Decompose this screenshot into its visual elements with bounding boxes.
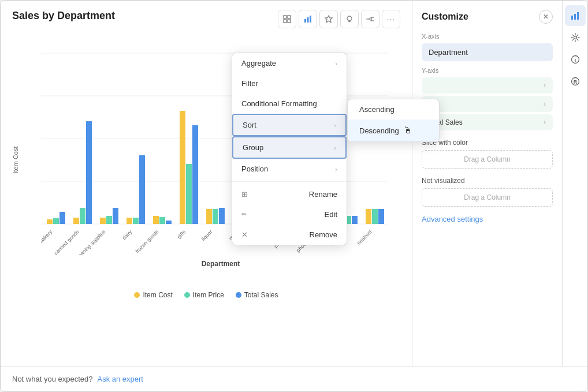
- xaxis-field[interactable]: Department: [422, 43, 553, 61]
- menu-item-conditional[interactable]: Conditional Formatting: [232, 94, 347, 114]
- side-icon-r[interactable]: R: [565, 71, 586, 92]
- slice-label: Slice with color: [422, 139, 553, 147]
- table-view-button[interactable]: [278, 10, 296, 28]
- legend-label-price: Item Price: [193, 291, 224, 299]
- svg-rect-2: [284, 20, 286, 23]
- svg-rect-35: [206, 209, 212, 224]
- sort-chevron-icon: ›: [334, 122, 336, 129]
- svg-rect-6: [310, 16, 311, 23]
- svg-rect-53: [366, 209, 371, 224]
- group-chevron-icon: ›: [334, 144, 336, 151]
- side-icon-chart[interactable]: [565, 5, 586, 26]
- svg-point-7: [347, 16, 352, 21]
- svg-rect-32: [180, 111, 185, 224]
- yaxis-chevron-2: ›: [544, 118, 546, 126]
- svg-rect-3: [288, 20, 291, 23]
- svg-rect-69: [571, 16, 573, 20]
- rename-icon: ⊞: [241, 190, 248, 199]
- svg-rect-31: [166, 221, 172, 224]
- menu-item-remove[interactable]: ✕ Remove: [232, 225, 347, 245]
- advanced-settings-link[interactable]: Advanced settings: [422, 215, 553, 223]
- chevron-right-icon: ›: [335, 60, 337, 67]
- svg-rect-18: [53, 218, 59, 224]
- customize-header: Customize ✕: [422, 10, 553, 24]
- svg-rect-36: [213, 209, 218, 224]
- svg-rect-29: [153, 216, 159, 224]
- menu-item-edit[interactable]: ✏ Edit: [232, 204, 347, 225]
- yaxis-chevron-0: ›: [544, 81, 546, 89]
- yaxis-chevron-1: ›: [544, 100, 546, 108]
- svg-rect-71: [577, 12, 579, 20]
- yaxis-row-total-sales[interactable]: Total Sales ›: [422, 114, 553, 130]
- sort-submenu: Ascending Descending 🖱: [347, 99, 440, 142]
- submenu-ascending[interactable]: Ascending: [348, 99, 439, 120]
- y-axis-label: Item Cost: [12, 146, 19, 173]
- menu-item-rename[interactable]: ⊞ Rename: [232, 184, 347, 204]
- yaxis-row-0[interactable]: ›: [422, 77, 553, 94]
- cursor-icon: 🖱: [403, 125, 412, 135]
- customize-title: Customize: [422, 12, 468, 22]
- more-button[interactable]: ···: [382, 10, 400, 28]
- menu-item-group[interactable]: Group ›: [232, 136, 347, 159]
- menu-item-position[interactable]: Position ›: [232, 159, 347, 179]
- chart-view-button[interactable]: [299, 10, 317, 28]
- side-icon-info[interactable]: i: [565, 49, 586, 70]
- slice-drag-zone[interactable]: Drag a Column: [422, 150, 553, 169]
- svg-text:sealood: sealood: [356, 229, 373, 245]
- chart-area: Sales by Department ·: [1, 1, 412, 366]
- side-icon-settings[interactable]: [565, 27, 586, 48]
- yaxis-row-1[interactable]: ›: [422, 96, 553, 112]
- yaxis-label: Y-axis: [422, 67, 553, 74]
- svg-rect-70: [574, 14, 576, 20]
- svg-rect-55: [378, 209, 384, 224]
- menu-item-aggregate[interactable]: Aggregate ›: [232, 53, 347, 73]
- svg-rect-30: [159, 217, 165, 224]
- not-vis-drag-zone[interactable]: Drag a Column: [422, 188, 553, 207]
- legend-item-cost: Item Cost: [134, 291, 172, 299]
- x-axis-label: Department: [41, 260, 400, 268]
- svg-text:liquor: liquor: [200, 229, 214, 242]
- legend-item-sales: Total Sales: [236, 291, 278, 299]
- svg-rect-4: [304, 19, 306, 23]
- svg-rect-1: [288, 16, 291, 18]
- menu-divider: [232, 181, 347, 182]
- edit-icon: ✏: [241, 211, 247, 218]
- legend-dot-cost: [134, 292, 140, 298]
- svg-rect-52: [352, 216, 358, 224]
- bulb-button[interactable]: [340, 10, 359, 28]
- customize-panel: Customize ✕ X-axis Department Y-axis › ›…: [412, 1, 562, 366]
- svg-text:bakery: bakery: [41, 229, 54, 244]
- svg-text:dairy: dairy: [121, 229, 133, 241]
- bottom-text: Not what you expected?: [12, 375, 92, 383]
- svg-rect-27: [133, 218, 139, 224]
- submenu-descending[interactable]: Descending 🖱: [348, 120, 439, 141]
- legend-dot-sales: [236, 292, 241, 298]
- svg-rect-19: [59, 212, 65, 224]
- context-menu: Aggregate › Filter Conditional Formattin…: [232, 53, 347, 245]
- close-button[interactable]: ✕: [539, 10, 553, 24]
- svg-rect-25: [113, 208, 118, 224]
- toolbar: ···: [278, 10, 400, 28]
- share-button[interactable]: [361, 10, 379, 28]
- svg-rect-17: [47, 219, 53, 224]
- chart-legend: Item Cost Item Price Total Sales: [12, 291, 400, 299]
- svg-rect-21: [80, 208, 85, 224]
- svg-rect-5: [307, 17, 309, 23]
- svg-rect-54: [372, 209, 378, 224]
- svg-text:gifts: gifts: [176, 229, 187, 240]
- svg-rect-0: [284, 16, 286, 18]
- not-vis-label: Not visualized: [422, 177, 553, 185]
- xaxis-label: X-axis: [422, 33, 553, 40]
- menu-item-sort[interactable]: Sort ›: [232, 114, 347, 136]
- svg-rect-24: [106, 216, 112, 224]
- legend-label-cost: Item Cost: [143, 291, 172, 299]
- menu-item-filter[interactable]: Filter: [232, 73, 347, 94]
- svg-text:i: i: [574, 57, 576, 63]
- pin-button[interactable]: [319, 10, 338, 28]
- svg-text:canned goods: canned goods: [53, 229, 80, 255]
- main-container: Sales by Department ·: [0, 0, 588, 392]
- svg-rect-37: [219, 208, 225, 224]
- bottom-bar: Not what you expected? Ask an expert: [1, 366, 587, 391]
- ask-expert-link[interactable]: Ask an expert: [97, 375, 143, 383]
- svg-text:frozen goods: frozen goods: [135, 229, 160, 254]
